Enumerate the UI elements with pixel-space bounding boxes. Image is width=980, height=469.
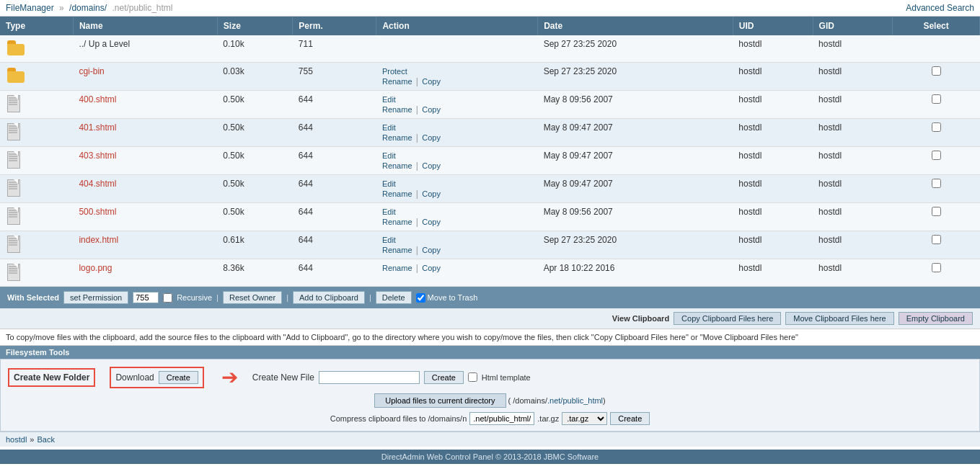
footer-bar: hostdl » Back [0, 432, 980, 447]
copy-link[interactable]: Copy [422, 105, 441, 114]
col-type: Type [0, 17, 73, 35]
gid-cell: hostdl [813, 175, 893, 203]
download-label: Download [115, 372, 154, 383]
type-cell [0, 119, 73, 147]
row-select-checkbox[interactable] [932, 122, 941, 132]
filemanager-link[interactable]: FileManager [6, 3, 54, 13]
file-name-link[interactable]: 403.shtml [79, 151, 116, 161]
move-clipboard-button[interactable]: Move Clipboard Files here [785, 312, 893, 325]
create-folder-button[interactable]: Create [159, 371, 198, 384]
gid-cell: hostdl [813, 119, 893, 147]
rename-link[interactable]: Rename [382, 218, 412, 226]
edit-link[interactable]: Edit [382, 207, 396, 216]
col-perm: Perm. [293, 17, 376, 35]
type-cell [0, 91, 73, 119]
clipboard-info-text: To copy/move files with the clipboard, a… [0, 329, 980, 346]
footer-user-link[interactable]: hostdl [6, 435, 27, 444]
table-row: logo.png8.36k644Rename | CopyApr 18 10:2… [0, 259, 980, 287]
row-select-checkbox[interactable] [932, 179, 941, 188]
rename-link[interactable]: Rename [382, 77, 412, 86]
set-permission-button[interactable]: set Permission [63, 291, 128, 304]
upload-button[interactable]: Upload files to current directory [374, 393, 506, 408]
size-cell: 0.50k [217, 119, 293, 147]
size-cell: 0.50k [217, 175, 293, 203]
uid-cell: hostdl [733, 63, 813, 91]
permission-input[interactable] [133, 292, 159, 303]
copy-clipboard-button[interactable]: Copy Clipboard Files here [674, 312, 781, 325]
footer-back-link[interactable]: Back [37, 435, 54, 444]
compress-path-input[interactable] [469, 412, 534, 425]
rename-link[interactable]: Rename [382, 246, 412, 254]
compress-create-button[interactable]: Create [610, 412, 650, 425]
file-name-link[interactable]: cgi-bin [79, 66, 104, 76]
date-cell: May 8 09:47 2007 [538, 147, 733, 175]
copy-link[interactable]: Copy [422, 189, 441, 198]
row-select-checkbox[interactable] [932, 66, 941, 76]
file-name-link[interactable]: 500.shtml [79, 207, 116, 217]
breadcrumb-path1[interactable]: /domains/ [69, 3, 107, 13]
footer-arrow: » [30, 435, 34, 444]
edit-link[interactable]: Edit [382, 179, 396, 188]
file-name-link[interactable]: 401.shtml [79, 122, 116, 133]
row-select-checkbox[interactable] [932, 94, 941, 104]
copy-link[interactable]: Copy [422, 218, 441, 226]
copy-link[interactable]: Copy [422, 133, 441, 142]
gid-cell: hostdl [813, 231, 893, 259]
rename-link[interactable]: Rename [382, 161, 412, 170]
row-select-checkbox[interactable] [932, 151, 941, 160]
col-uid: UID [733, 17, 813, 35]
protect-link[interactable]: Protect [382, 67, 407, 76]
type-cell [0, 35, 73, 63]
perm-cell: 644 [293, 119, 376, 147]
rename-link[interactable]: Rename [382, 264, 412, 272]
col-date: Date [538, 17, 733, 35]
upload-path-link[interactable]: .net/public_html [547, 396, 603, 405]
move-to-trash-checkbox[interactable] [416, 293, 425, 303]
row-select-checkbox[interactable] [932, 235, 941, 244]
action-cell: EditRename | Copy [376, 231, 538, 259]
file-name-link[interactable]: 400.shtml [79, 94, 116, 104]
compress-format-select[interactable]: .tar.gz .zip .tar.bz2 [562, 412, 607, 425]
row-select-checkbox[interactable] [932, 207, 941, 216]
recursive-checkbox[interactable] [163, 293, 172, 303]
advanced-search-link[interactable]: Advanced Search [906, 3, 974, 13]
new-file-name-input[interactable] [319, 371, 420, 384]
rename-link[interactable]: Rename [382, 189, 412, 198]
file-name-link[interactable]: index.html [79, 235, 118, 245]
action-cell: ProtectRename | Copy [376, 63, 538, 91]
reset-owner-button[interactable]: Reset Owner [223, 291, 282, 304]
add-to-clipboard-button[interactable]: Add to Clipboard [293, 291, 365, 304]
sep1: | [216, 293, 218, 302]
rename-link[interactable]: Rename [382, 105, 412, 114]
date-cell: Sep 27 23:25 2020 [538, 63, 733, 91]
folder-icon [6, 66, 26, 84]
file-name-link[interactable]: logo.png [79, 263, 112, 273]
create-file-button[interactable]: Create [424, 371, 464, 384]
perm-cell: 644 [293, 231, 376, 259]
date-cell: May 8 09:47 2007 [538, 175, 733, 203]
perm-cell: 644 [293, 147, 376, 175]
file-name-link[interactable]: 404.shtml [79, 179, 116, 189]
col-select: Select [893, 17, 980, 35]
upload-path: ( /domains/.net/public_html) [506, 396, 606, 405]
date-cell: Apr 18 10:22 2016 [538, 259, 733, 287]
html-template-checkbox[interactable] [468, 372, 477, 382]
copy-link[interactable]: Copy [422, 77, 441, 86]
edit-link[interactable]: Edit [382, 95, 396, 104]
edit-link[interactable]: Edit [382, 236, 396, 244]
edit-link[interactable]: Edit [382, 123, 396, 132]
copy-link[interactable]: Copy [422, 161, 441, 170]
date-cell: May 8 09:47 2007 [538, 119, 733, 147]
edit-link[interactable]: Edit [382, 151, 396, 160]
date-cell: Sep 27 23:25 2020 [538, 35, 733, 63]
fs-tools-row3: Compress clipboard files to /domains/n .… [8, 412, 972, 425]
create-folder-label: Create New Folder [14, 372, 89, 383]
rename-link[interactable]: Rename [382, 133, 412, 142]
row-select-checkbox[interactable] [932, 263, 941, 272]
empty-clipboard-button[interactable]: Empty Clipboard [899, 312, 973, 325]
fs-tools-body: Create New Folder Download Create ➔ Crea… [0, 359, 980, 432]
action-cell: EditRename | Copy [376, 91, 538, 119]
copy-link[interactable]: Copy [422, 264, 441, 272]
copy-link[interactable]: Copy [422, 246, 441, 254]
delete-button[interactable]: Delete [376, 291, 412, 304]
